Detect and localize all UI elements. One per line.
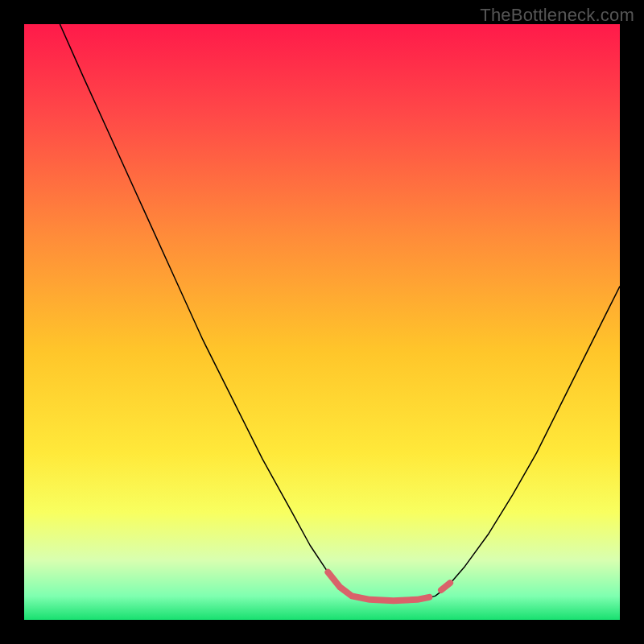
- watermark-text: TheBottleneck.com: [480, 5, 634, 26]
- chart-plot-area: [24, 24, 620, 620]
- chart-svg: [24, 24, 620, 620]
- chart-background: [24, 24, 620, 620]
